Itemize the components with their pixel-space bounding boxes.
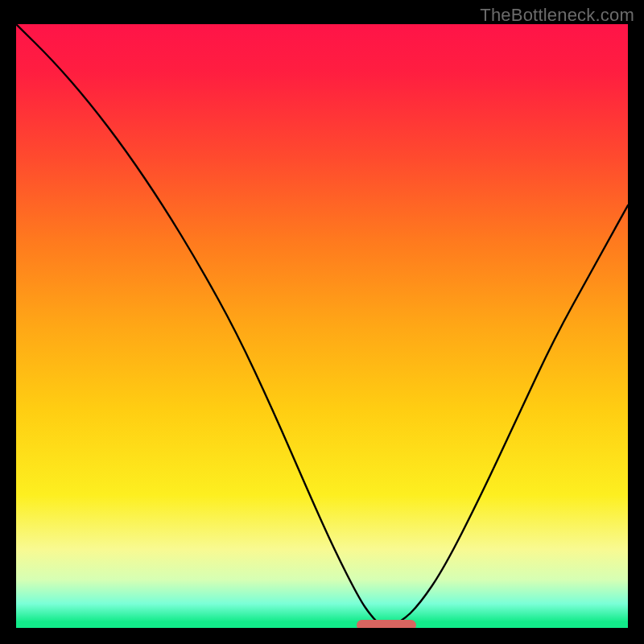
bottleneck-curve — [16, 24, 628, 628]
chart-frame: TheBottleneck.com — [0, 0, 644, 644]
plot-area — [16, 24, 628, 628]
minimum-marker-icon — [357, 620, 416, 628]
watermark-text: TheBottleneck.com — [480, 5, 634, 26]
